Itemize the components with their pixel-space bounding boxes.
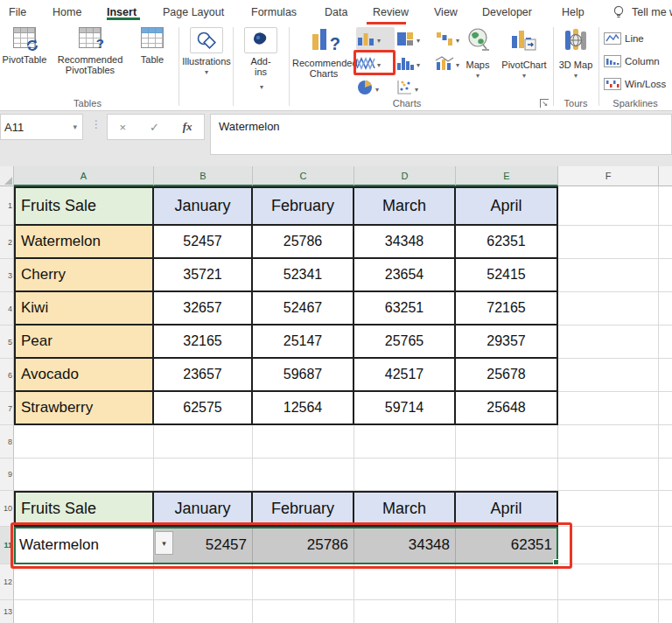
name-box-dropdown-icon[interactable]: ▾ [73, 122, 82, 131]
tab-formulas[interactable]: Formulas [251, 6, 297, 18]
pivotchart-button[interactable]: PivotChart [497, 27, 551, 81]
cell-b4[interactable]: 32657 [154, 292, 253, 326]
cell-b7[interactable]: 62575 [154, 392, 253, 425]
cell-c6[interactable]: 59687 [253, 359, 354, 392]
cell-g12[interactable] [659, 564, 672, 600]
cell-c5[interactable]: 25147 [253, 326, 354, 359]
row-header-12[interactable]: 12 [0, 564, 14, 600]
cell-f8[interactable] [558, 425, 659, 458]
cell-d8[interactable] [354, 425, 456, 458]
cell-b3[interactable]: 35721 [154, 259, 253, 292]
cell-c8[interactable] [253, 425, 354, 458]
row-header-1[interactable]: 1 [0, 186, 14, 226]
pie-chart-button[interactable] [356, 76, 395, 99]
add-ins-button[interactable]: Add-ins [238, 27, 284, 93]
cell-g4[interactable] [659, 292, 672, 326]
cell-f11[interactable] [558, 527, 659, 564]
cell-d12[interactable] [354, 564, 456, 600]
cell-e8[interactable] [456, 425, 558, 458]
sparkline-line-button[interactable]: Line [604, 30, 644, 47]
cell-a8[interactable] [14, 425, 154, 458]
cell-e10[interactable]: April [456, 491, 558, 527]
cell-b1[interactable]: January [154, 186, 253, 226]
cell-c4[interactable]: 52467 [253, 292, 354, 326]
tab-file[interactable]: File [9, 6, 26, 18]
cell-d3[interactable]: 23654 [354, 259, 456, 292]
cell-c9[interactable] [253, 458, 354, 491]
cell-g5[interactable] [659, 326, 672, 359]
cell-g8[interactable] [659, 425, 672, 458]
cell-e5[interactable]: 29357 [456, 326, 558, 359]
row-header-9[interactable]: 9 [0, 458, 14, 491]
cell-e2[interactable]: 62351 [456, 226, 558, 259]
row-header-11[interactable]: 11 [0, 527, 14, 564]
formula-bar-input[interactable]: Watermelon [210, 114, 672, 155]
column-header-c[interactable]: C [253, 166, 354, 186]
cell-b13[interactable] [154, 600, 253, 623]
histogram-chart-button[interactable] [396, 52, 434, 74]
cell-d7[interactable]: 59714 [354, 392, 456, 425]
cell-a13[interactable] [14, 600, 154, 623]
row-header-8[interactable]: 8 [0, 425, 14, 458]
cell-g3[interactable] [659, 259, 672, 292]
formula-bar-resize-dots-icon[interactable]: ⋮ [91, 118, 102, 130]
column-header-f[interactable]: F [558, 166, 659, 186]
cell-b9[interactable] [154, 458, 253, 491]
cell-a10[interactable]: Fruits Sale [14, 491, 154, 527]
tab-page-layout[interactable]: Page Layout [163, 6, 224, 18]
tab-help[interactable]: Help [562, 6, 584, 18]
tab-view[interactable]: View [434, 6, 458, 18]
tab-developer[interactable]: Developer [482, 6, 532, 18]
cell-a3[interactable]: Cherry [14, 259, 154, 292]
cell-f3[interactable] [558, 259, 659, 292]
cell-c1[interactable]: February [253, 186, 354, 226]
tell-me-box[interactable]: Tell me w [632, 6, 672, 18]
cell-a7[interactable]: Strawberry [14, 392, 154, 425]
name-box[interactable]: A11 ▾ [0, 114, 83, 140]
cell-d9[interactable] [354, 458, 456, 491]
cancel-icon[interactable]: × [119, 121, 126, 134]
3d-map-button[interactable]: 3D Map [556, 27, 595, 81]
column-header-d[interactable]: D [354, 166, 456, 186]
cell-f5[interactable] [558, 326, 659, 359]
tab-data[interactable]: Data [325, 6, 347, 18]
sparkline-winloss-button[interactable]: Win/Loss [604, 75, 666, 93]
tab-insert[interactable]: Insert [107, 6, 136, 18]
cell-d5[interactable]: 25765 [354, 326, 456, 359]
sparkline-column-button[interactable]: Column [604, 52, 660, 70]
cell-e9[interactable] [456, 458, 558, 491]
cell-e11[interactable]: 62351 [456, 527, 558, 564]
column-header-b[interactable]: B [154, 166, 253, 186]
cell-f6[interactable] [558, 359, 659, 392]
cell-g9[interactable] [659, 458, 672, 491]
cell-g2[interactable] [659, 226, 672, 259]
row-header-4[interactable]: 4 [0, 292, 14, 326]
cell-b8[interactable] [154, 425, 253, 458]
cell-e13[interactable] [456, 600, 558, 623]
cell-a2[interactable]: Watermelon [14, 226, 154, 259]
row-header-3[interactable]: 3 [0, 259, 14, 292]
enter-icon[interactable]: ✓ [150, 121, 159, 134]
cell-c7[interactable]: 12564 [253, 392, 354, 425]
cell-f10[interactable] [558, 491, 659, 527]
cell-f7[interactable] [558, 392, 659, 425]
charts-dialog-launcher-icon[interactable]: ↘ [540, 99, 549, 108]
tab-home[interactable]: Home [52, 6, 81, 18]
cell-d11[interactable]: 34348 [354, 527, 456, 564]
cell-g1[interactable] [659, 186, 672, 226]
tab-review[interactable]: Review [373, 6, 409, 18]
cell-d6[interactable]: 42517 [354, 359, 456, 392]
cell-e1[interactable]: April [456, 186, 558, 226]
column-header-a[interactable]: A [14, 166, 154, 186]
cell-g7[interactable] [659, 392, 672, 425]
cell-f2[interactable] [558, 226, 659, 259]
cell-e7[interactable]: 25648 [456, 392, 558, 425]
cell-d2[interactable]: 34348 [354, 226, 456, 259]
cell-g10[interactable] [659, 491, 672, 527]
cell-f4[interactable] [558, 292, 659, 326]
row-header-5[interactable]: 5 [0, 326, 14, 359]
cell-f13[interactable] [558, 600, 659, 623]
hierarchy-chart-button[interactable] [396, 27, 434, 50]
recommended-charts-button[interactable]: ? Recommended Charts [292, 27, 355, 79]
column-header-e[interactable]: E [456, 166, 558, 186]
